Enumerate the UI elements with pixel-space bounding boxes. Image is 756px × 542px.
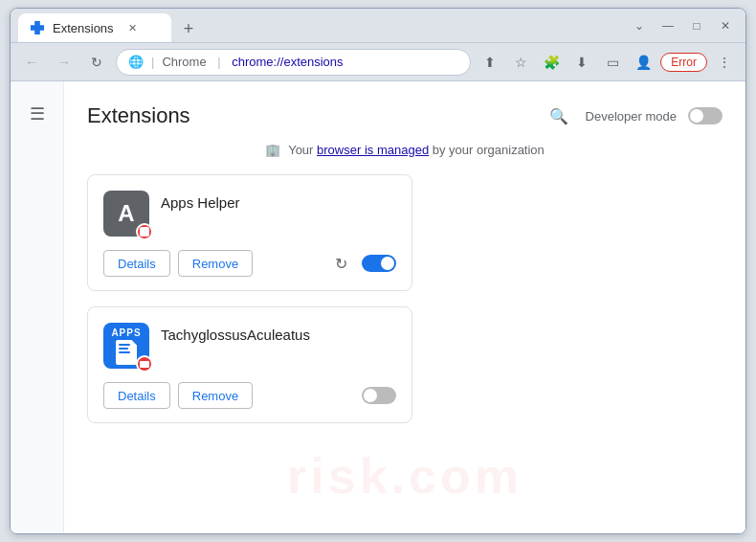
apps-doc-icon: [116, 340, 137, 365]
address-bar[interactable]: 🌐 | Chrome | chrome://extensions: [116, 49, 471, 76]
browser-toolbar: ← → ↻ 🌐 | Chrome | chrome://extensions ⬆…: [11, 43, 745, 81]
apps-helper-name: Apps Helper: [161, 194, 240, 211]
watermark: risk.com: [287, 447, 523, 505]
sidebar-menu-button[interactable]: ☰: [20, 97, 55, 131]
tachyglossus-details-button[interactable]: Details: [103, 382, 170, 409]
browser-window: Extensions ✕ + ⌄ — □ ✕ ←: [10, 8, 746, 534]
tab-label: Extensions: [53, 21, 114, 35]
globe-icon: 🌐: [128, 55, 144, 69]
apps-helper-toggle-knob: [381, 257, 394, 270]
chevron-down-icon[interactable]: ⌄: [631, 17, 648, 34]
back-button[interactable]: ←: [18, 49, 45, 76]
ext-card-top: A Apps Helper: [103, 191, 396, 237]
extension-card-apps-helper: A Apps Helper Details Remove ↻: [87, 174, 412, 291]
error-label: Error: [671, 56, 697, 69]
close-button[interactable]: ✕: [717, 17, 734, 34]
tab-favicon: [30, 20, 45, 35]
window-controls: ⌄ — □ ✕: [631, 17, 734, 34]
share-button[interactable]: ⬆: [477, 49, 503, 76]
search-icon: 🔍: [549, 107, 568, 125]
tachyglossus-name: TachyglossusAculeatus: [161, 327, 310, 343]
apps-helper-details-button[interactable]: Details: [103, 250, 170, 277]
content-wrapper: Extensions 🔍 Developer mode 🏢: [64, 81, 745, 446]
puzzle-icon: [31, 21, 44, 34]
tachyglossus-badge: [136, 355, 153, 373]
developer-mode-toggle[interactable]: [688, 107, 723, 124]
refresh-icon: ↻: [335, 255, 347, 273]
sidebar: ☰: [11, 81, 64, 533]
tachyglossus-card-bottom: Details Remove: [103, 382, 396, 409]
page-title: Extensions: [87, 103, 190, 128]
extensions-button[interactable]: 🧩: [538, 49, 565, 76]
ext-card-top-tachyglossus: APPS: [103, 323, 396, 369]
title-bar: Extensions ✕ + ⌄ — □ ✕: [11, 9, 745, 43]
profile-button[interactable]: 👤: [630, 49, 656, 76]
toolbar-right-actions: ⬆ ☆ 🧩 ⬇ ▭ 👤 Error ⋮: [477, 49, 738, 76]
apps-helper-card-bottom: Details Remove ↻: [103, 250, 396, 277]
main-content: ☰ Extensions 🔍 Developer mode: [11, 81, 745, 533]
active-tab[interactable]: Extensions ✕: [18, 13, 171, 42]
managed-notice: 🏢 Your browser is managed by your organi…: [64, 143, 745, 157]
ext-icon-wrap-apps-helper: A: [103, 191, 149, 237]
address-url: chrome://extensions: [232, 55, 343, 69]
apps-helper-toggle[interactable]: [362, 255, 396, 272]
tachyglossus-toggle[interactable]: [362, 387, 396, 404]
header-right: 🔍 Developer mode: [544, 101, 723, 131]
address-chrome-text: Chrome: [162, 55, 206, 69]
search-button[interactable]: 🔍: [544, 101, 574, 131]
apps-helper-badge: [136, 223, 153, 240]
minimize-button[interactable]: —: [659, 17, 677, 34]
maximize-button[interactable]: □: [688, 17, 705, 34]
error-button[interactable]: Error: [660, 53, 707, 72]
menu-button[interactable]: ⋮: [711, 49, 738, 76]
tachyglossus-toggle-knob: [364, 389, 377, 402]
sidebar-button[interactable]: ▭: [599, 49, 626, 76]
apps-helper-remove-button[interactable]: Remove: [178, 250, 253, 277]
tab-close-button[interactable]: ✕: [125, 20, 141, 35]
forward-button[interactable]: →: [51, 49, 78, 76]
extensions-grid: A Apps Helper Details Remove ↻: [64, 174, 745, 446]
download-button[interactable]: ⬇: [568, 49, 595, 76]
managed-icon: 🏢: [265, 143, 280, 157]
developer-mode-label: Developer mode: [586, 109, 677, 124]
toggle-knob: [690, 109, 703, 123]
extension-card-tachyglossus: APPS: [87, 306, 412, 423]
new-tab-button[interactable]: +: [175, 15, 202, 42]
apps-helper-refresh-button[interactable]: ↻: [327, 250, 354, 277]
bookmark-button[interactable]: ☆: [507, 49, 534, 76]
extensions-main-area: Extensions 🔍 Developer mode 🏢: [64, 81, 745, 533]
reload-button[interactable]: ↻: [83, 49, 110, 76]
managed-link[interactable]: browser is managed: [317, 143, 429, 157]
ext-icon-wrap-tachyglossus: APPS: [103, 323, 149, 369]
tachyglossus-remove-button[interactable]: Remove: [178, 382, 253, 409]
page-header: Extensions 🔍 Developer mode: [64, 81, 745, 143]
managed-text: Your browser is managed by your organiza…: [288, 143, 545, 157]
